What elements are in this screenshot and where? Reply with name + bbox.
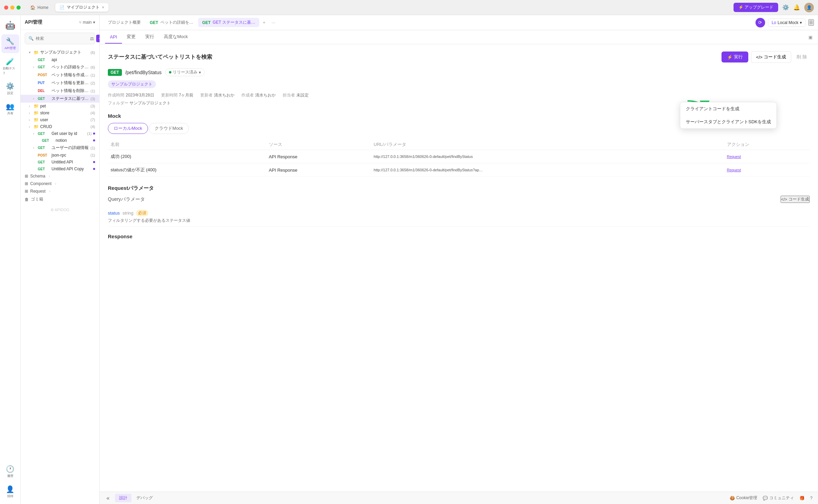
- panel-title: API管理: [25, 19, 76, 25]
- component-icon: ⊞: [25, 181, 28, 186]
- component-section[interactable]: ⊞ Component ›: [21, 180, 99, 187]
- dropdown-item-server-stub[interactable]: サーバースタブとクライアントSDKを生成: [680, 115, 776, 128]
- tree-item-user-detail[interactable]: › GET ユーザーの詳細情報 (1): [21, 144, 99, 152]
- debug-tab[interactable]: デバッグ: [132, 494, 157, 502]
- tree-item-store[interactable]: › 📁 store (4): [21, 110, 99, 116]
- cloud-mock-tab[interactable]: クラウドMock: [149, 123, 189, 134]
- community-button[interactable]: 💬 コミュニティ: [763, 495, 794, 501]
- upgrade-button[interactable]: ⚡ アップグレード: [734, 3, 778, 12]
- notifications-icon[interactable]: 🔔: [793, 4, 800, 11]
- request-icon: ⊞: [25, 189, 28, 194]
- folder-icon: 📁: [34, 111, 39, 115]
- search-input[interactable]: [36, 36, 87, 41]
- nav-tabs: プロジェクト概要 GET ペットの詳細を… GET GET ステータスに基… +…: [104, 18, 754, 27]
- branch-selector[interactable]: ⑂ main ▾: [79, 20, 95, 25]
- sidebar-item-invite[interactable]: 👤 招待: [1, 482, 19, 501]
- tree-item-untitled-api-copy[interactable]: GET Untitled API Copy: [21, 165, 99, 172]
- history-button[interactable]: ⟳: [755, 18, 765, 27]
- community-label: コミュニティ: [769, 495, 794, 501]
- sidebar-item-share[interactable]: 👥 共有: [1, 100, 19, 118]
- method-post-badge: POST: [38, 73, 50, 77]
- tab-advanced-mock[interactable]: 高度なMock: [159, 30, 193, 44]
- avatar[interactable]: 👤: [804, 3, 814, 12]
- sidebar-item-settings[interactable]: ⚙️ 設定: [1, 79, 19, 98]
- count-badge: (6): [91, 50, 95, 55]
- method-label: GET: [202, 20, 211, 25]
- help-button[interactable]: 🎁: [799, 496, 805, 501]
- tree-label: ステータスに基づ…: [52, 96, 89, 102]
- settings-icon[interactable]: ⚙️: [782, 4, 789, 11]
- chevron-down-icon: ▾: [800, 20, 802, 25]
- tree-item-pet-detail[interactable]: › GET ペットの詳細をク… (6): [21, 63, 99, 71]
- tree-item-del-pet[interactable]: DEL ペット情報を削除… (1): [21, 87, 99, 95]
- delete-button[interactable]: 削 除: [794, 51, 810, 62]
- tree-item-untitled-api[interactable]: GET Untitled API: [21, 159, 99, 165]
- query-params-title: Queryパラメータ: [108, 196, 145, 203]
- tab-run[interactable]: 実行: [140, 30, 159, 44]
- project-tab[interactable]: 📄 マイプロジェクト ✕: [55, 3, 109, 12]
- trash-section[interactable]: 🗑 ゴミ箱: [21, 195, 99, 204]
- home-tab[interactable]: 🏠 Home: [26, 4, 53, 11]
- tab-api[interactable]: API: [105, 31, 122, 44]
- share-icon: 👥: [6, 102, 14, 111]
- code-gen-button[interactable]: </> コード生成: [751, 51, 792, 63]
- tag-row: サンプルプロジェクト: [108, 80, 810, 88]
- method-get-badge: GET: [38, 160, 50, 164]
- tree-item-get-status[interactable]: › GET ステータスに基づ… (3): [21, 95, 99, 103]
- tree-item-put-pet[interactable]: PUT ペット情報を更新… (2): [21, 79, 99, 87]
- run-button[interactable]: ⚡ 実行: [722, 51, 748, 62]
- cookie-button[interactable]: 🍪 Cookie管理: [730, 495, 757, 501]
- folder-icon: 📁: [34, 104, 39, 108]
- tab-changes[interactable]: 変更: [122, 30, 140, 44]
- window-right: ⚡ アップグレード ⚙️ 🔔 👤: [734, 3, 814, 12]
- tree-item-json-rpc[interactable]: POST json-rpc (1): [21, 152, 99, 159]
- filter-button[interactable]: ⚖: [89, 35, 95, 42]
- panel-toggle-button[interactable]: ▣: [808, 35, 813, 40]
- branch-icon: ⑂: [79, 20, 81, 25]
- meta-assignee: 担当者 未設定: [283, 92, 309, 98]
- tree-item-crud[interactable]: › 📁 CRUD (4): [21, 123, 99, 130]
- tree-item-sample-project[interactable]: ▾ 📁 サンプルプロジェクト (6): [21, 48, 99, 56]
- question-button[interactable]: ?: [810, 496, 813, 501]
- tree-item-notion[interactable]: GET notion: [21, 137, 99, 144]
- tree-item-user[interactable]: › 📁 user (7): [21, 116, 99, 123]
- row-action[interactable]: Request: [724, 163, 810, 177]
- code-icon: </>: [756, 55, 763, 60]
- request-section[interactable]: ⊞ Request ›: [21, 187, 99, 195]
- meta-assignee-label: 担当者: [283, 92, 295, 98]
- folder-icon: 📁: [34, 117, 39, 122]
- add-tab-button[interactable]: +: [260, 19, 268, 26]
- schema-section[interactable]: ⊞ Schema ›: [21, 172, 99, 180]
- tab-close-icon[interactable]: ✕: [102, 5, 104, 9]
- bottom-tabs: 設計 デバッグ: [115, 494, 157, 502]
- maximize-button[interactable]: [16, 5, 21, 10]
- dropdown-item-client-code[interactable]: クライアントコードを生成: [680, 102, 776, 115]
- local-mock-selector[interactable]: Lo Local Mock ▾: [768, 19, 806, 27]
- tree-item-api[interactable]: GET api: [21, 56, 99, 63]
- sidebar-item-autotest[interactable]: 🧪 自動テスト: [1, 55, 19, 78]
- nav-tab-overview[interactable]: プロジェクト概要: [104, 18, 145, 27]
- row-action[interactable]: Request: [724, 150, 810, 163]
- params-section-title: Requestパラメータ: [108, 185, 810, 192]
- sidebar-item-api[interactable]: 🔧 API管理: [1, 34, 19, 53]
- params-code-gen-button[interactable]: </> コード生成: [781, 196, 810, 203]
- nav-tab-pet-detail[interactable]: GET ペットの詳細を…: [146, 18, 197, 27]
- nav-tab-status[interactable]: GET GET ステータスに基…: [198, 18, 259, 27]
- row-url: http://127.0.0.1:3658/m1/360626-0-defaul…: [371, 163, 724, 177]
- tab-label: ペットの詳細を…: [160, 20, 193, 25]
- chevron-left-icon[interactable]: «: [105, 494, 111, 502]
- tree-item-post-pet[interactable]: POST ペット情報を作成… (1): [21, 71, 99, 79]
- minimize-button[interactable]: [10, 5, 14, 10]
- local-mock-tab[interactable]: ローカルMock: [108, 123, 148, 134]
- tree-item-get-user-by-id[interactable]: › GET Get user by id (1): [21, 130, 99, 137]
- sidebar-item-history[interactable]: 🕐 履歴: [1, 462, 19, 481]
- status-pill[interactable]: リリース済み ▾: [165, 68, 205, 76]
- more-tabs-button[interactable]: ···: [269, 19, 278, 26]
- design-tab[interactable]: 設計: [115, 494, 132, 502]
- search-container: 🔍 ⚖ +: [25, 33, 95, 44]
- close-button[interactable]: [4, 5, 8, 10]
- tab-label: プロジェクト概要: [108, 20, 141, 25]
- menu-button[interactable]: ☰: [808, 19, 814, 26]
- count-badge: (2): [91, 81, 95, 85]
- tree-item-pet[interactable]: › 📁 pet (3): [21, 103, 99, 110]
